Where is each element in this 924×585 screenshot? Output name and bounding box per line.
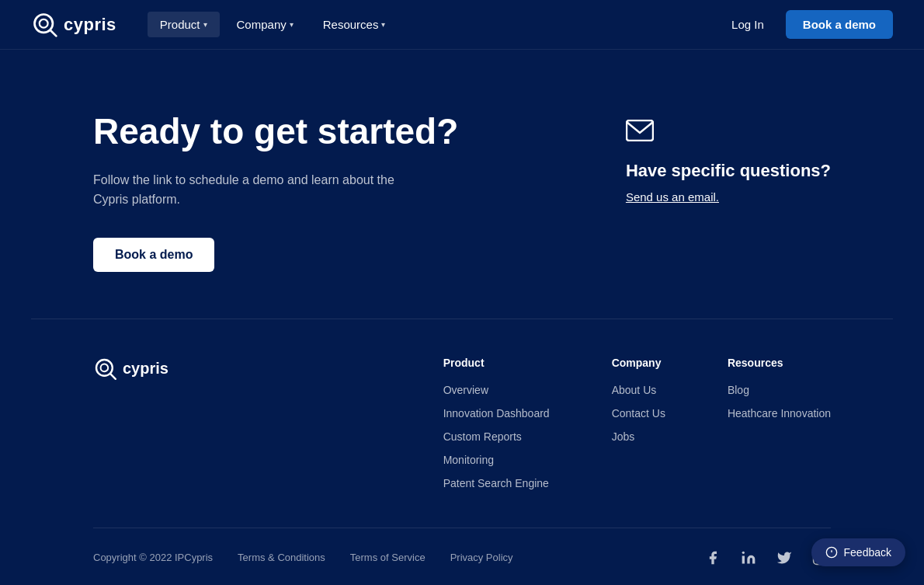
chevron-down-icon: ▾ <box>381 20 385 29</box>
nav-links: Product ▾ Company ▾ Resources ▾ <box>148 12 722 37</box>
facebook-icon[interactable] <box>702 547 724 569</box>
footer-logo-icon <box>93 357 118 381</box>
logo[interactable]: cypris <box>31 11 116 39</box>
footer-col-company: Company About Us Contact Us Jobs <box>612 357 665 490</box>
svg-point-1 <box>40 19 48 27</box>
list-item[interactable]: Contact Us <box>612 406 665 420</box>
footer-col-product-title: Product <box>443 357 550 369</box>
nav-item-resources[interactable]: Resources ▾ <box>311 12 398 37</box>
footer: cypris Product Overview Innovation Dashb… <box>0 319 924 585</box>
terms-conditions-link[interactable]: Terms & Conditions <box>238 552 325 563</box>
list-item[interactable]: Jobs <box>612 430 665 444</box>
hero-title: Ready to get started? <box>93 112 458 151</box>
hero-subtitle: Follow the link to schedule a demo and l… <box>93 170 404 210</box>
feedback-icon <box>825 546 838 559</box>
list-item[interactable]: About Us <box>612 383 665 397</box>
list-item[interactable]: Custom Reports <box>443 430 550 444</box>
footer-bottom: Copyright © 2022 IPCypris Terms & Condit… <box>93 528 831 569</box>
svg-point-5 <box>101 364 109 371</box>
hero-left: Ready to get started? Follow the link to… <box>93 112 458 272</box>
list-item[interactable]: Overview <box>443 383 550 397</box>
footer-col-resources: Resources Blog Heathcare Innovation <box>728 357 831 490</box>
list-item[interactable]: Monitoring <box>443 453 550 467</box>
svg-rect-3 <box>627 120 653 141</box>
login-button[interactable]: Log In <box>722 12 773 37</box>
nav-item-company[interactable]: Company ▾ <box>224 12 306 37</box>
svg-line-2 <box>50 30 56 36</box>
logo-icon <box>31 11 59 39</box>
privacy-policy-link[interactable]: Privacy Policy <box>450 552 513 563</box>
list-item[interactable]: Blog <box>728 383 831 397</box>
footer-bottom-links: Copyright © 2022 IPCypris Terms & Condit… <box>93 552 513 563</box>
send-email-link[interactable]: Send us an email. <box>626 190 719 204</box>
twitter-icon[interactable] <box>773 547 795 569</box>
terms-service-link[interactable]: Terms of Service <box>350 552 426 563</box>
questions-title: Have specific questions? <box>626 161 831 181</box>
hero-right: Have specific questions? Send us an emai… <box>626 112 831 204</box>
footer-col-resources-title: Resources <box>728 357 831 369</box>
navigation: cypris Product ▾ Company ▾ Resources ▾ L… <box>0 0 924 50</box>
list-item[interactable]: Innovation Dashboard <box>443 406 550 420</box>
copyright-text: Copyright © 2022 IPCypris <box>93 552 213 563</box>
list-item[interactable]: Heathcare Innovation <box>728 406 831 420</box>
svg-rect-7 <box>742 555 745 563</box>
footer-col-product: Product Overview Innovation Dashboard Cu… <box>443 357 550 490</box>
footer-col-company-title: Company <box>612 357 665 369</box>
footer-logo[interactable]: cypris <box>93 357 168 381</box>
book-demo-button[interactable]: Book a demo <box>93 238 214 272</box>
footer-top: cypris Product Overview Innovation Dashb… <box>93 357 831 490</box>
list-item[interactable]: Patent Search Engine <box>443 476 550 490</box>
book-demo-nav-button[interactable]: Book a demo <box>786 10 893 39</box>
svg-point-8 <box>742 551 745 553</box>
hero-section: Ready to get started? Follow the link to… <box>0 50 924 319</box>
feedback-label: Feedback <box>844 546 891 559</box>
email-icon <box>626 120 654 147</box>
footer-logo-text: cypris <box>123 360 168 378</box>
logo-text: cypris <box>64 15 116 35</box>
chevron-down-icon: ▾ <box>290 20 294 29</box>
footer-columns: Product Overview Innovation Dashboard Cu… <box>443 357 831 490</box>
chevron-down-icon: ▾ <box>203 20 207 29</box>
feedback-button[interactable]: Feedback <box>811 538 905 566</box>
linkedin-icon[interactable] <box>738 547 759 569</box>
svg-line-6 <box>110 374 115 378</box>
nav-item-product[interactable]: Product ▾ <box>148 12 220 37</box>
nav-actions: Log In Book a demo <box>722 10 893 39</box>
